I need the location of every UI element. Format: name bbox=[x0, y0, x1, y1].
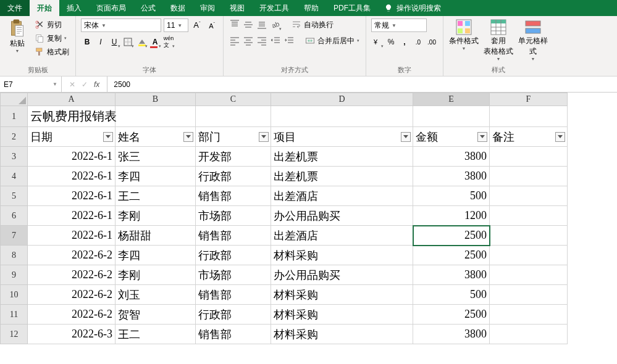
cell-A6[interactable]: 2022-6-1 bbox=[28, 206, 115, 226]
tab-view[interactable]: 视图 bbox=[222, 0, 252, 16]
conditional-format-button[interactable]: 条件格式▼ bbox=[448, 19, 479, 61]
cell-C4[interactable]: 行政部 bbox=[196, 167, 271, 186]
filter-icon[interactable] bbox=[401, 132, 411, 142]
cell-D10[interactable]: 材料采购 bbox=[271, 285, 413, 305]
underline-button[interactable]: U▾ bbox=[108, 36, 120, 48]
copy-button[interactable]: 复制 ▾ bbox=[33, 32, 70, 44]
row-header-2[interactable]: 2 bbox=[0, 127, 28, 147]
cell-C2[interactable]: 部门 bbox=[196, 127, 271, 147]
merge-center-button[interactable]: 合并后居中 ▾ bbox=[304, 35, 361, 47]
cell-B6[interactable]: 李刚 bbox=[115, 206, 196, 226]
align-left-button[interactable] bbox=[229, 35, 241, 47]
align-right-button[interactable] bbox=[256, 35, 268, 47]
filter-icon[interactable] bbox=[477, 132, 487, 142]
cell-F8[interactable] bbox=[490, 246, 568, 265]
cell-C7[interactable]: 销售部 bbox=[196, 226, 271, 246]
cell-C12[interactable]: 销售部 bbox=[196, 325, 271, 344]
wrap-text-button[interactable]: 自动换行 bbox=[290, 19, 335, 31]
cell-B11[interactable]: 贺智 bbox=[115, 305, 196, 325]
tab-review[interactable]: 审阅 bbox=[193, 0, 222, 16]
cell-E10[interactable]: 500 bbox=[413, 285, 490, 305]
cell-F3[interactable] bbox=[490, 147, 568, 167]
decrease-font-button[interactable]: Aˇ bbox=[206, 19, 218, 31]
cell-B7[interactable]: 杨甜甜 bbox=[115, 226, 196, 246]
filter-icon[interactable] bbox=[259, 132, 269, 142]
tab-pdf-tools[interactable]: PDF工具集 bbox=[326, 0, 378, 16]
tab-developer[interactable]: 开发工具 bbox=[252, 0, 296, 16]
row-header-11[interactable]: 11 bbox=[0, 305, 28, 325]
cut-button[interactable]: 剪切 bbox=[33, 19, 70, 31]
decrease-indent-button[interactable] bbox=[269, 35, 282, 47]
font-size-combo[interactable]: 11▼ bbox=[164, 19, 188, 32]
cell-C5[interactable]: 销售部 bbox=[196, 186, 271, 206]
cell-D7[interactable]: 出差酒店 bbox=[271, 226, 413, 246]
cell-C10[interactable]: 销售部 bbox=[196, 285, 271, 305]
number-format-combo[interactable]: 常规▼ bbox=[371, 19, 427, 32]
cell-D9[interactable]: 办公用品购买 bbox=[271, 265, 413, 285]
filter-icon[interactable] bbox=[103, 132, 113, 142]
col-header-a[interactable]: A bbox=[28, 93, 115, 106]
cell-A4[interactable]: 2022-6-1 bbox=[28, 167, 115, 186]
cell-B8[interactable]: 李四 bbox=[115, 246, 196, 265]
row-header-8[interactable]: 8 bbox=[0, 246, 28, 265]
tab-file[interactable]: 文件 bbox=[0, 0, 30, 16]
increase-font-button[interactable]: Aˆ bbox=[191, 19, 203, 31]
tell-me-search[interactable]: 操作说明搜索 bbox=[378, 0, 447, 16]
paste-button[interactable]: 粘贴 ▼ bbox=[5, 19, 30, 58]
align-middle-button[interactable] bbox=[242, 19, 254, 31]
cell-B1[interactable] bbox=[115, 106, 196, 127]
cell-E9[interactable]: 3800 bbox=[413, 265, 490, 285]
cell-F12[interactable] bbox=[490, 325, 568, 344]
filter-icon[interactable] bbox=[183, 132, 193, 142]
comma-format-button[interactable]: , bbox=[398, 36, 411, 48]
accounting-format-button[interactable]: ¥▾ bbox=[371, 36, 384, 48]
cell-E2[interactable]: 金额 bbox=[413, 127, 490, 147]
row-header-6[interactable]: 6 bbox=[0, 206, 28, 226]
cell-A10[interactable]: 2022-6-2 bbox=[28, 285, 115, 305]
font-name-combo[interactable]: 宋体▼ bbox=[81, 19, 161, 32]
cell-C3[interactable]: 开发部 bbox=[196, 147, 271, 167]
cell-E1[interactable] bbox=[413, 106, 490, 127]
cell-E12[interactable]: 3800 bbox=[413, 325, 490, 344]
cell-F11[interactable] bbox=[490, 305, 568, 325]
tab-data[interactable]: 数据 bbox=[163, 0, 193, 16]
cell-C11[interactable]: 行政部 bbox=[196, 305, 271, 325]
enter-icon[interactable]: ✓ bbox=[82, 80, 88, 89]
cell-A3[interactable]: 2022-6-1 bbox=[28, 147, 115, 167]
font-color-button[interactable]: A▾ bbox=[149, 36, 161, 48]
cell-C9[interactable]: 市场部 bbox=[196, 265, 271, 285]
col-header-d[interactable]: D bbox=[271, 93, 413, 106]
row-header-5[interactable]: 5 bbox=[0, 186, 28, 206]
cell-C8[interactable]: 行政部 bbox=[196, 246, 271, 265]
cell-A8[interactable]: 2022-6-2 bbox=[28, 246, 115, 265]
cell-E7[interactable]: 2500 bbox=[413, 226, 490, 246]
col-header-e[interactable]: E bbox=[413, 93, 490, 106]
cell-E5[interactable]: 500 bbox=[413, 186, 490, 206]
cell-B9[interactable]: 李刚 bbox=[115, 265, 196, 285]
bold-button[interactable]: B bbox=[81, 36, 93, 48]
increase-indent-button[interactable] bbox=[283, 35, 295, 47]
row-header-10[interactable]: 10 bbox=[0, 285, 28, 305]
italic-button[interactable]: I bbox=[94, 36, 107, 48]
tab-page-layout[interactable]: 页面布局 bbox=[89, 0, 133, 16]
cell-D4[interactable]: 出差机票 bbox=[271, 167, 413, 186]
cell-E3[interactable]: 3800 bbox=[413, 147, 490, 167]
cell-D12[interactable]: 材料采购 bbox=[271, 325, 413, 344]
row-header-9[interactable]: 9 bbox=[0, 265, 28, 285]
cell-E6[interactable]: 1200 bbox=[413, 206, 490, 226]
cell-F7[interactable] bbox=[490, 226, 568, 246]
row-header-7[interactable]: 7 bbox=[0, 226, 28, 246]
tab-help[interactable]: 帮助 bbox=[296, 0, 326, 16]
cell-F4[interactable] bbox=[490, 167, 568, 186]
cell-D8[interactable]: 材料采购 bbox=[271, 246, 413, 265]
cell-D5[interactable]: 出差酒店 bbox=[271, 186, 413, 206]
row-header-4[interactable]: 4 bbox=[0, 167, 28, 186]
tab-formulas[interactable]: 公式 bbox=[133, 0, 163, 16]
align-top-button[interactable] bbox=[229, 19, 241, 31]
cell-C1[interactable] bbox=[196, 106, 271, 127]
cell-A2[interactable]: 日期 bbox=[28, 127, 115, 147]
cell-A12[interactable]: 2022-6-3 bbox=[28, 325, 115, 344]
format-painter-button[interactable]: 格式刷 bbox=[33, 46, 70, 58]
select-all-triangle[interactable] bbox=[0, 93, 28, 106]
cell-F6[interactable] bbox=[490, 206, 568, 226]
